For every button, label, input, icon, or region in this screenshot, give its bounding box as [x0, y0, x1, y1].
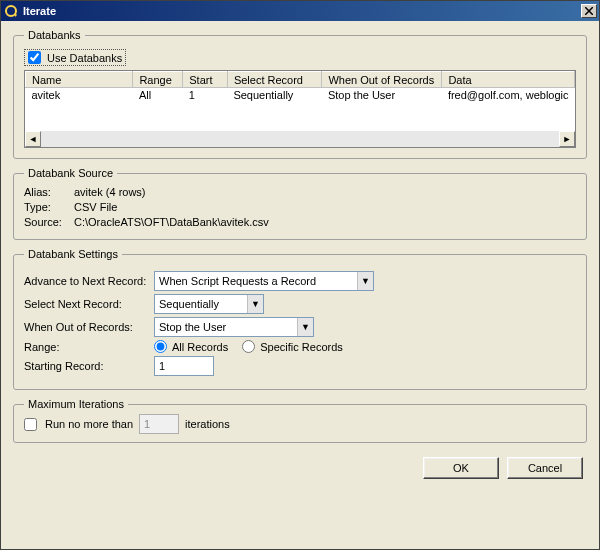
- range-specific-option[interactable]: Specific Records: [242, 340, 343, 353]
- databanks-legend: Databanks: [24, 29, 85, 41]
- select-next-record-select[interactable]: Sequentially ▼: [154, 294, 264, 314]
- cancel-label: Cancel: [528, 462, 562, 474]
- databank-source-group: Databank Source Alias: avitek (4 rows) T…: [13, 167, 587, 240]
- table-empty-area: [25, 102, 575, 131]
- range-radio-group: All Records Specific Records: [154, 340, 343, 353]
- use-databanks-label: Use Databanks: [47, 52, 122, 64]
- maximum-iterations-legend: Maximum Iterations: [24, 398, 128, 410]
- horizontal-scrollbar[interactable]: ◄ ►: [25, 131, 575, 147]
- run-no-more-checkbox[interactable]: [24, 418, 37, 431]
- table-header-row: Name Range Start Select Record When Out …: [26, 72, 575, 88]
- range-all-option[interactable]: All Records: [154, 340, 228, 353]
- close-button[interactable]: [581, 4, 597, 18]
- databanks-table[interactable]: Name Range Start Select Record When Out …: [24, 70, 576, 148]
- chevron-right-icon: ►: [563, 134, 572, 144]
- cell-start: 1: [183, 88, 228, 103]
- table-row[interactable]: avitek All 1 Sequentially Stop the User …: [26, 88, 575, 103]
- app-icon: [3, 3, 19, 19]
- when-out-value: Stop the User: [159, 321, 232, 333]
- range-specific-radio[interactable]: [242, 340, 255, 353]
- starting-record-value: 1: [159, 360, 165, 372]
- client-area: Databanks Use Databanks Name Range Start…: [1, 21, 599, 549]
- advance-label: Advance to Next Record:: [24, 275, 154, 287]
- col-select-record[interactable]: Select Record: [227, 72, 322, 88]
- databanks-group: Databanks Use Databanks Name Range Start…: [13, 29, 587, 159]
- starting-record-input[interactable]: 1: [154, 356, 214, 376]
- iterate-dialog: Iterate Databanks Use Databanks Name Ran…: [0, 0, 600, 550]
- col-start[interactable]: Start: [183, 72, 228, 88]
- scroll-right-button[interactable]: ►: [559, 131, 575, 147]
- maximum-iterations-group: Maximum Iterations Run no more than 1 it…: [13, 398, 587, 443]
- cell-select-record: Sequentially: [227, 88, 322, 103]
- select-next-value: Sequentially: [159, 298, 225, 310]
- cell-when-out: Stop the User: [322, 88, 442, 103]
- col-data[interactable]: Data: [442, 72, 575, 88]
- iterations-suffix: iterations: [185, 418, 230, 430]
- iterations-value: 1: [144, 418, 150, 430]
- range-all-radio[interactable]: [154, 340, 167, 353]
- use-databanks-row[interactable]: Use Databanks: [24, 49, 126, 66]
- chevron-left-icon: ◄: [29, 134, 38, 144]
- range-all-label: All Records: [172, 341, 228, 353]
- cell-data: fred@golf.com, weblogic: [442, 88, 575, 103]
- titlebar: Iterate: [1, 1, 599, 21]
- scroll-track[interactable]: [41, 131, 559, 147]
- databank-settings-group: Databank Settings Advance to Next Record…: [13, 248, 587, 390]
- cancel-button[interactable]: Cancel: [507, 457, 583, 479]
- col-range[interactable]: Range: [133, 72, 183, 88]
- databank-source-legend: Databank Source: [24, 167, 117, 179]
- run-no-more-label: Run no more than: [45, 418, 133, 430]
- databank-settings-legend: Databank Settings: [24, 248, 122, 260]
- type-value: CSV File: [74, 201, 576, 213]
- iterations-input: 1: [139, 414, 179, 434]
- scroll-left-button[interactable]: ◄: [25, 131, 41, 147]
- alias-label: Alias:: [24, 186, 74, 198]
- alias-value: avitek (4 rows): [74, 186, 576, 198]
- close-icon: [585, 6, 593, 17]
- svg-point-0: [6, 6, 16, 16]
- advance-value: When Script Requests a Record: [159, 275, 322, 287]
- source-label: Source:: [24, 216, 74, 228]
- use-databanks-checkbox[interactable]: [28, 51, 41, 64]
- when-out-select[interactable]: Stop the User ▼: [154, 317, 314, 337]
- ok-button[interactable]: OK: [423, 457, 499, 479]
- cell-range: All: [133, 88, 183, 103]
- window-title: Iterate: [23, 5, 581, 17]
- chevron-down-icon: ▼: [247, 295, 263, 313]
- advance-to-next-select[interactable]: When Script Requests a Record ▼: [154, 271, 374, 291]
- col-name[interactable]: Name: [26, 72, 133, 88]
- col-when-out[interactable]: When Out of Records: [322, 72, 442, 88]
- range-specific-label: Specific Records: [260, 341, 343, 353]
- chevron-down-icon: ▼: [297, 318, 313, 336]
- range-label: Range:: [24, 341, 154, 353]
- dialog-buttons: OK Cancel: [13, 451, 587, 479]
- cell-name: avitek: [26, 88, 133, 103]
- ok-label: OK: [453, 462, 469, 474]
- source-value: C:\OracleATS\OFT\DataBank\avitek.csv: [74, 216, 576, 228]
- select-next-label: Select Next Record:: [24, 298, 154, 310]
- chevron-down-icon: ▼: [357, 272, 373, 290]
- when-out-label: When Out of Records:: [24, 321, 154, 333]
- starting-record-label: Starting Record:: [24, 360, 154, 372]
- type-label: Type:: [24, 201, 74, 213]
